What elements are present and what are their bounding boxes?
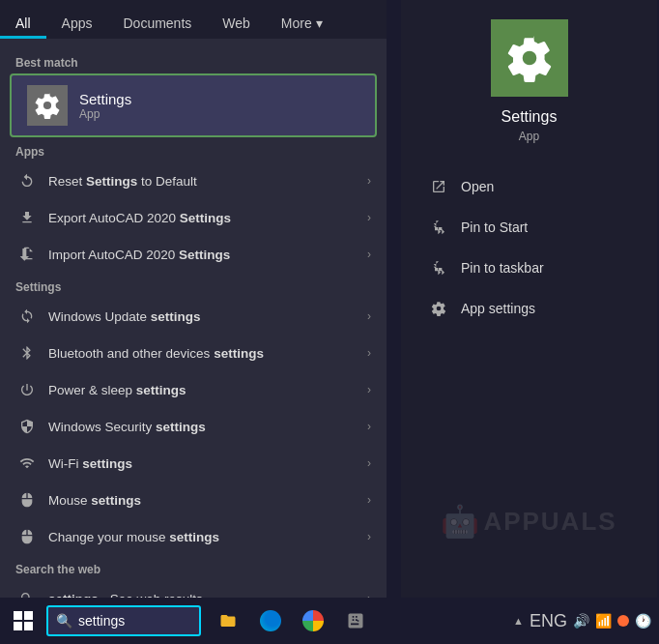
- best-match-text: Settings App: [79, 91, 131, 121]
- menu-tabs: All Apps Documents Web More ▾: [0, 0, 387, 39]
- web-section-label: Search the web: [0, 555, 387, 580]
- language-icon: ENG: [530, 611, 567, 631]
- search-icon: 🔍: [56, 613, 72, 629]
- tab-apps[interactable]: Apps: [46, 8, 108, 39]
- settings-app-icon: [27, 85, 68, 126]
- gear-icon: [34, 92, 61, 119]
- list-item[interactable]: Bluetooth and other devices settings ›: [0, 335, 387, 371]
- tab-all[interactable]: All: [0, 8, 46, 39]
- bluetooth-icon: [15, 341, 39, 365]
- notification-badge: [617, 615, 629, 627]
- taskbar-chrome[interactable]: [296, 603, 330, 638]
- windows-logo-icon: [14, 611, 33, 630]
- open-label: Open: [461, 179, 494, 194]
- list-item[interactable]: Change your mouse settings ›: [0, 518, 387, 555]
- windows-security-icon: [15, 415, 39, 438]
- taskbar-time: ▲: [513, 615, 524, 627]
- import-autocad-icon: [15, 243, 39, 266]
- taskbar: 🔍 ▲ ENG 🔊 📶 🕐: [0, 598, 659, 644]
- power-sleep-icon: [15, 378, 39, 401]
- pin-to-start-action[interactable]: Pin to Start: [420, 207, 638, 248]
- taskbar-calculator[interactable]: [338, 603, 373, 638]
- tab-more[interactable]: More ▾: [266, 8, 338, 39]
- tab-web[interactable]: Web: [207, 8, 266, 39]
- best-match-item[interactable]: Settings App: [10, 73, 377, 137]
- export-autocad-icon: [15, 206, 39, 229]
- chevron-right-icon: ›: [367, 420, 371, 433]
- settings-section-label: Settings: [0, 273, 387, 298]
- app-settings-icon: [428, 298, 449, 319]
- chevron-right-icon: ›: [367, 211, 371, 224]
- chevron-right-icon: ›: [367, 456, 371, 470]
- best-match-name: Settings: [79, 91, 131, 107]
- taskbar-search-box[interactable]: 🔍: [46, 605, 201, 636]
- wifi-tray-icon: 📶: [595, 613, 612, 629]
- list-item[interactable]: Import AutoCAD 2020 Settings ›: [0, 236, 387, 273]
- taskbar-edge[interactable]: [253, 603, 288, 638]
- chevron-right-icon: ›: [367, 346, 371, 360]
- app-settings-action[interactable]: App settings: [420, 288, 638, 329]
- taskbar-file-explorer[interactable]: [211, 603, 245, 638]
- list-item[interactable]: Wi-Fi settings ›: [0, 445, 387, 482]
- wifi-icon: [15, 452, 39, 475]
- pin-to-taskbar-action[interactable]: Pin to taskbar: [420, 248, 638, 288]
- right-panel-actions: Open Pin to Start Pin to taskbar App set…: [401, 166, 657, 329]
- chevron-right-icon: ›: [367, 383, 371, 396]
- windows-update-icon: [15, 305, 39, 328]
- list-item[interactable]: Mouse settings ›: [0, 482, 387, 518]
- start-button[interactable]: [0, 598, 46, 644]
- right-panel-app-icon: [491, 19, 568, 97]
- clock-icon: 🕐: [635, 613, 651, 629]
- chevron-right-icon: ›: [367, 174, 371, 188]
- pin-start-icon: [428, 217, 449, 238]
- pin-start-label: Pin to Start: [461, 220, 528, 235]
- chevron-right-icon: ›: [367, 309, 371, 323]
- best-match-type: App: [79, 107, 131, 121]
- menu-content: Best match Settings App Apps Reset Setti…: [0, 39, 387, 598]
- reset-settings-icon: [15, 169, 39, 192]
- right-panel-name: Settings: [501, 108, 558, 126]
- watermark-text: APPUALS: [483, 507, 616, 537]
- app-settings-label: App settings: [461, 301, 535, 316]
- chevron-right-icon: ›: [367, 248, 371, 261]
- start-menu: All Apps Documents Web More ▾ Best match…: [0, 0, 387, 598]
- settings-gear-icon: [505, 34, 554, 82]
- list-item[interactable]: Windows Security settings ›: [0, 408, 387, 445]
- best-match-label: Best match: [0, 48, 387, 73]
- pin-taskbar-label: Pin to taskbar: [461, 260, 544, 276]
- right-panel-type: App: [519, 130, 539, 143]
- chevron-right-icon: ›: [367, 530, 371, 543]
- list-item[interactable]: Windows Update settings ›: [0, 298, 387, 335]
- list-item[interactable]: settings - See web results ›: [0, 580, 387, 598]
- taskbar-app-icons: [211, 603, 373, 638]
- watermark: 🤖 APPUALS: [401, 503, 657, 540]
- list-item[interactable]: Power & sleep settings ›: [0, 371, 387, 408]
- open-icon: [428, 176, 449, 197]
- right-panel: Settings App Open Pin to Start Pin to ta…: [401, 0, 657, 598]
- web-search-icon: [15, 587, 39, 598]
- apps-section-label: Apps: [0, 137, 387, 162]
- tab-documents[interactable]: Documents: [107, 8, 207, 39]
- taskbar-tray: ▲ ENG 🔊 📶 🕐: [513, 611, 659, 631]
- list-item[interactable]: Reset Settings to Default ›: [0, 162, 387, 199]
- chevron-right-icon: ›: [367, 493, 371, 507]
- search-input[interactable]: [78, 613, 185, 629]
- list-item[interactable]: Export AutoCAD 2020 Settings ›: [0, 199, 387, 236]
- pin-taskbar-icon: [428, 257, 449, 278]
- change-mouse-icon: [15, 525, 39, 548]
- open-action[interactable]: Open: [420, 166, 638, 207]
- chevron-down-icon: ▾: [316, 15, 323, 31]
- mouse-icon: [15, 488, 39, 512]
- volume-icon: 🔊: [573, 613, 589, 629]
